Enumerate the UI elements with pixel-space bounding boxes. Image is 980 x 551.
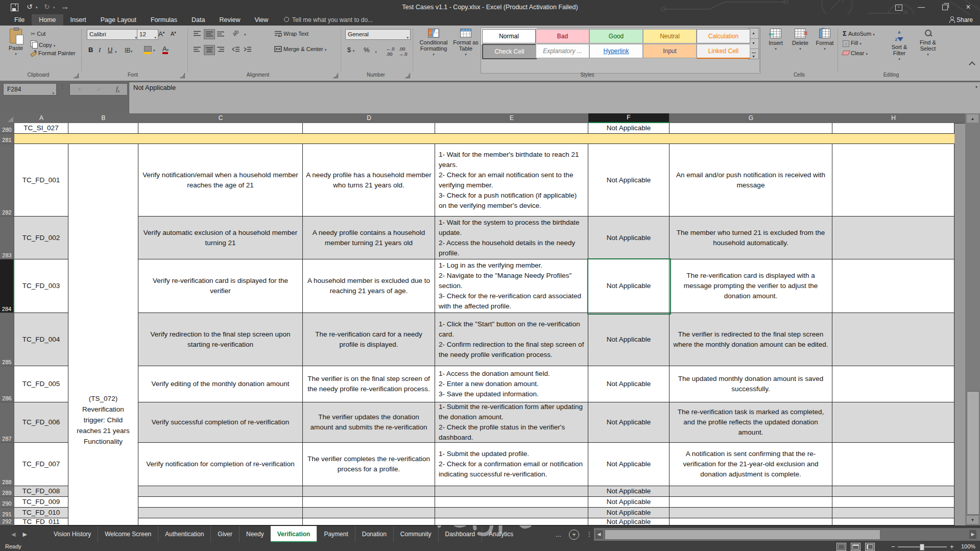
cell-H288[interactable] <box>832 443 954 486</box>
name-box[interactable]: F284▾ <box>3 83 57 95</box>
cell-F292[interactable]: Not Applicable <box>588 518 670 525</box>
cell-E292[interactable] <box>435 518 588 525</box>
cell-E282[interactable]: 1- Wait for the member's birthdate to re… <box>435 144 588 217</box>
sheet-overflow[interactable]: ... <box>556 526 561 543</box>
zoom-slider-thumb[interactable] <box>920 544 924 550</box>
format-painter-button[interactable]: Format Painter <box>31 50 76 56</box>
cell-F283[interactable]: Not Applicable <box>588 217 670 259</box>
cell-C289[interactable] <box>138 486 303 497</box>
ribbon-tab-view[interactable]: View <box>247 14 275 26</box>
row-header-287[interactable]: 287 <box>0 402 14 443</box>
cell-C292[interactable] <box>138 518 303 525</box>
vertical-scroll-thumb[interactable] <box>967 391 979 515</box>
row-header-291[interactable]: 291 <box>0 508 14 518</box>
row-header-290[interactable]: 290 <box>0 497 14 508</box>
cell-E284[interactable]: 1- Log in as the verifying member. 2- Na… <box>435 259 588 313</box>
cell-C286[interactable]: Verify editing of the monthly donation a… <box>138 366 303 402</box>
insert-function-icon[interactable]: fx <box>116 85 119 93</box>
row-header-285[interactable]: 285 <box>0 313 14 366</box>
select-all-corner[interactable] <box>0 113 15 124</box>
cell-G282[interactable]: An email and/or push notification is rec… <box>670 144 832 217</box>
cell-E288[interactable]: 1- Submit the updated profile. 2- Check … <box>435 443 588 486</box>
scroll-left-icon[interactable]: ◀ <box>595 530 603 539</box>
cell-F290[interactable]: Not Applicable <box>588 497 670 508</box>
cell-style-check-cell[interactable]: Check Cell <box>482 44 537 59</box>
cell-G287[interactable]: The re-verification task is marked as co… <box>670 402 832 443</box>
column-header-B[interactable]: B <box>68 113 139 124</box>
cell-G280[interactable] <box>670 123 832 134</box>
prev-sheet-icon[interactable]: ◀ <box>11 531 22 537</box>
cell-D291[interactable] <box>303 508 435 518</box>
cell-F288[interactable]: Not Applicable <box>588 443 670 486</box>
cell-E287[interactable]: 1- Submit the re-verification form after… <box>435 402 588 443</box>
borders-icon[interactable]: ⊞▾ <box>125 46 132 54</box>
cell-D283[interactable]: A needy profile contains a household mem… <box>303 217 435 259</box>
cell-C282[interactable]: Verify notification/email when a househo… <box>138 144 303 217</box>
cell-G289[interactable] <box>670 486 832 497</box>
cell-H286[interactable] <box>832 366 954 402</box>
cell-G290[interactable] <box>670 497 832 508</box>
new-sheet-icon[interactable]: + <box>569 530 579 540</box>
sheet-tab-dashboard[interactable]: Dashboard <box>438 526 482 543</box>
ribbon-tab-insert[interactable]: Insert <box>63 14 93 26</box>
conditional-formatting-button[interactable]: Conditional Formatting▾ <box>418 29 449 58</box>
paste-button[interactable]: Paste▾ <box>4 29 28 57</box>
percent-style-icon[interactable]: % <box>364 46 370 54</box>
ribbon-tab-review[interactable]: Review <box>212 14 247 26</box>
cell-A280[interactable]: TC_SI_027 <box>14 123 68 134</box>
increase-indent-icon[interactable] <box>243 45 253 54</box>
cell-style-hyperlink[interactable]: Hyperlink <box>589 44 643 58</box>
cell-A283[interactable]: TC_FD_002 <box>14 217 68 259</box>
font-size-combo[interactable]: 12▾ <box>137 29 158 40</box>
cell-D292[interactable] <box>303 518 435 525</box>
row-header-288[interactable]: 288 <box>0 443 14 486</box>
page-layout-view-icon[interactable] <box>851 543 861 551</box>
row-header-281[interactable]: 281 <box>0 134 14 144</box>
sheet-tab-vision-history[interactable]: Vision History <box>47 526 98 543</box>
number-format-combo[interactable]: General▾ <box>345 29 411 40</box>
wrap-text-button[interactable]: Wrap Text <box>274 31 308 37</box>
align-left-icon[interactable] <box>192 45 202 54</box>
cell-style-normal[interactable]: Normal <box>482 29 536 43</box>
font-name-combo[interactable]: Calibri▾ <box>87 29 139 40</box>
cell-F291[interactable]: Not Applicable <box>588 508 670 518</box>
cell-D286[interactable]: The verifier is on the final step screen… <box>303 366 435 402</box>
tell-me-box[interactable]: Tell me what you want to do... <box>284 14 373 26</box>
align-center-icon[interactable] <box>204 45 215 55</box>
cell-F284[interactable]: Not Applicable <box>588 259 670 313</box>
share-button[interactable]: Share <box>949 14 973 26</box>
copy-button[interactable]: Copy ▾ <box>31 40 55 48</box>
cell-H284[interactable] <box>832 259 954 313</box>
column-header-H[interactable]: H <box>832 113 955 124</box>
font-color-icon[interactable]: A▾ <box>162 45 169 53</box>
cut-button[interactable]: ✂ Cut <box>31 31 45 37</box>
sheet-nav-arrows[interactable]: ◀▶ <box>11 526 34 543</box>
formula-bar-expand-icon[interactable]: ▾ <box>975 85 977 89</box>
row-header-289[interactable]: 289 <box>0 486 14 497</box>
ribbon-display-options-icon[interactable]: ^ <box>890 0 907 14</box>
cell-G285[interactable]: The verifier is redirected to the final … <box>670 313 832 366</box>
column-header-E[interactable]: E <box>435 113 589 124</box>
cell-A288[interactable]: TC_FD_007 <box>14 443 68 486</box>
cell-G284[interactable]: The re-verification card is displayed wi… <box>670 259 832 313</box>
row-281-highlight[interactable] <box>14 134 954 144</box>
cell-D287[interactable]: The verifier updates the donation amount… <box>303 402 435 443</box>
cell-H287[interactable] <box>832 402 954 443</box>
column-header-F[interactable]: F <box>588 113 670 123</box>
cell-A292[interactable]: TC_FD_011 <box>14 518 68 525</box>
clear-button[interactable]: Clear ▾ <box>843 50 868 56</box>
cell-A291[interactable]: TC_FD_010 <box>14 508 68 518</box>
alignment-dialog-launcher-icon[interactable] <box>333 73 338 78</box>
cell-D289[interactable] <box>303 486 435 497</box>
cell-H285[interactable] <box>832 313 954 366</box>
bold-button[interactable]: B <box>88 46 93 54</box>
cell-E286[interactable]: 1- Access the donation amount field. 2- … <box>435 366 588 402</box>
cell-B280[interactable] <box>68 123 138 134</box>
cell-C285[interactable]: Verify redirection to the final step scr… <box>138 313 303 366</box>
cell-G291[interactable] <box>670 508 832 518</box>
autosum-button[interactable]: Σ AutoSum ▾ <box>843 30 875 37</box>
orientation-dropdown-icon[interactable]: ▾ <box>244 31 246 37</box>
normal-view-icon[interactable] <box>836 543 846 551</box>
cell-H280[interactable] <box>832 123 954 134</box>
italic-button[interactable]: I <box>99 46 101 54</box>
